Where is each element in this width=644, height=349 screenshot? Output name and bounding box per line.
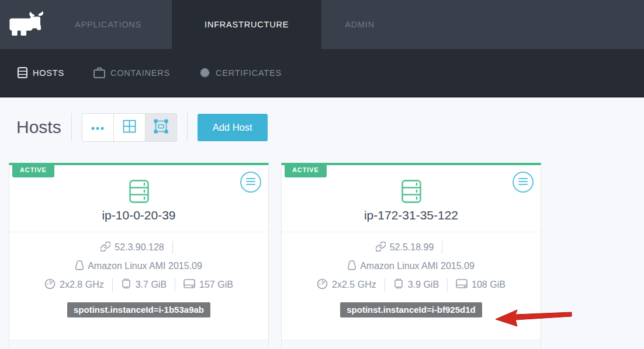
host-ip: 52.3.90.128: [115, 242, 164, 253]
divider: [187, 113, 188, 141]
page-header: Hosts: [16, 113, 644, 142]
divider: [447, 278, 448, 291]
disk-icon: [183, 279, 195, 291]
subnav-item-hosts[interactable]: HOSTS: [18, 67, 64, 78]
divider: [112, 278, 113, 291]
host-storage: 157 GiB: [199, 280, 233, 290]
page-title: Hosts: [16, 117, 61, 137]
server-icon: [282, 180, 541, 205]
subnav-label: HOSTS: [33, 68, 64, 78]
host-storage: 108 GiB: [472, 280, 505, 290]
server-icon: [9, 180, 268, 205]
status-badge: ACTIVE: [12, 163, 54, 177]
divider: [172, 241, 173, 254]
tab-admin[interactable]: ADMIN: [325, 0, 394, 49]
host-name: ip-10-0-20-39: [9, 208, 268, 222]
host-card-1: ACTIVE ip-10-0-20-39: [9, 163, 269, 349]
host-label-tag: spotinst.instanceId=i-1b53a9ab: [67, 302, 210, 317]
view-toggle-group: [82, 113, 177, 142]
card-footer: Standalone Containers: [9, 340, 268, 349]
annotation-arrow-icon: [494, 307, 573, 328]
view-grid-button[interactable]: [113, 113, 146, 142]
host-name: ip-172-31-35-122: [282, 208, 541, 222]
machine-icon: [154, 119, 168, 135]
menu-icon: [245, 177, 256, 187]
card-footer: Standalone Containers: [282, 340, 541, 349]
host-memory: 3.7 GiB: [136, 280, 167, 290]
hosts-icon: [18, 67, 27, 78]
host-os: Amazon Linux AMI 2015.09: [88, 261, 202, 271]
subnav-label: CERTIFICATES: [216, 68, 282, 78]
link-icon: [101, 242, 110, 254]
disk-icon: [456, 279, 468, 291]
subnav-item-certificates[interactable]: CERTIFICATES: [199, 67, 282, 78]
host-os: Amazon Linux AMI 2015.09: [360, 261, 475, 271]
host-cpu: 2x2.5 GHz: [332, 280, 376, 290]
host-ip: 52.5.18.99: [390, 242, 434, 253]
subnav-item-containers[interactable]: CONTAINERS: [94, 67, 170, 78]
host-menu-button[interactable]: [240, 172, 261, 193]
link-icon: [376, 242, 386, 254]
host-menu-button[interactable]: [513, 172, 534, 193]
gauge-icon: [317, 278, 328, 292]
divider: [71, 113, 72, 141]
view-machine-button[interactable]: [145, 113, 177, 142]
add-host-button[interactable]: Add Host: [198, 114, 268, 141]
divider: [442, 241, 442, 254]
subnav-label: CONTAINERS: [110, 68, 170, 78]
divider: [385, 278, 385, 291]
tab-infrastructure[interactable]: INFRASTRUCTURE: [172, 0, 321, 49]
linux-icon: [75, 260, 84, 273]
containers-icon: [94, 67, 105, 78]
status-badge: ACTIVE: [285, 163, 327, 177]
host-memory: 3.9 GiB: [408, 280, 439, 290]
memory-icon: [393, 278, 404, 291]
view-list-button[interactable]: [82, 113, 114, 142]
host-details: 52.3.90.128 Amazon Linux AMI 2015.09 2x2…: [9, 232, 268, 317]
host-cpu: 2x2.8 GHz: [60, 280, 104, 290]
top-nav: APPLICATIONS INFRASTRUCTURE ADMIN: [0, 0, 644, 49]
menu-icon: [518, 177, 528, 187]
host-label-tag: spotinst.instanceId=i-bf925d1d: [340, 302, 482, 317]
divider: [175, 278, 175, 291]
rancher-logo[interactable]: [0, 0, 55, 49]
gauge-icon: [44, 278, 56, 292]
memory-icon: [121, 278, 131, 291]
sub-nav: HOSTS CONTAINERS CERTIFICATES: [0, 49, 644, 97]
grid-icon: [123, 120, 136, 135]
tab-applications[interactable]: APPLICATIONS: [55, 0, 161, 49]
host-details: 52.5.18.99 Amazon Linux AMI 2015.09 2x2.…: [282, 232, 541, 317]
cow-icon: [8, 11, 47, 39]
dots-icon: [91, 123, 104, 132]
certificates-icon: [199, 67, 210, 78]
linux-icon: [348, 260, 356, 273]
